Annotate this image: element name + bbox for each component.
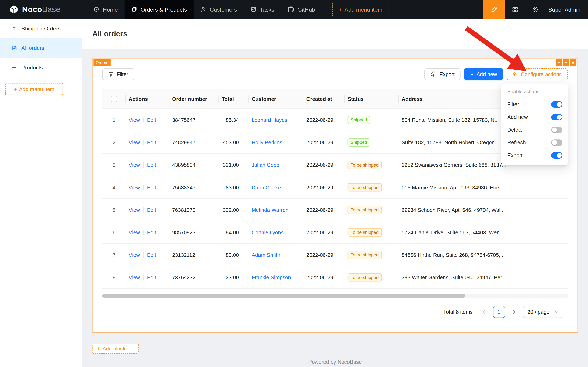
- cell-order-number: 76381273: [169, 199, 218, 221]
- pagination-next-button[interactable]: [508, 306, 520, 317]
- cell-total: 453.00: [219, 131, 249, 153]
- view-link[interactable]: View: [129, 207, 140, 213]
- table-row: 8 ViewEdit 73764232 33.00 Frankie Simpso…: [102, 266, 568, 289]
- gear-icon: [513, 72, 518, 77]
- filter-button[interactable]: Filter: [102, 68, 134, 80]
- nocobase-logo[interactable]: NocoBase: [0, 0, 82, 19]
- edit-link[interactable]: Edit: [147, 207, 156, 213]
- customer-link[interactable]: Connie Lyons: [252, 229, 283, 235]
- cell-created-at: 2022-06-29: [303, 154, 345, 176]
- divider: [143, 207, 144, 212]
- edit-link[interactable]: Edit: [147, 139, 156, 145]
- ui-editor-button[interactable]: [483, 0, 505, 19]
- customer-link[interactable]: Adam Smith: [252, 252, 280, 258]
- sidebar-item-products[interactable]: Products: [0, 58, 82, 77]
- customer-link[interactable]: Leonard Hayes: [252, 117, 287, 123]
- divider: [143, 162, 144, 167]
- pagination: Total 8 items 1 20 / page: [102, 306, 568, 318]
- page-size-select[interactable]: 20 / page: [523, 306, 563, 318]
- cell-created-at: 2022-06-29: [303, 131, 345, 153]
- logo-text: NocoBase: [22, 5, 60, 14]
- export-toggle[interactable]: [551, 152, 563, 158]
- customer-link[interactable]: Frankie Simpson: [252, 274, 291, 280]
- header-select: [102, 89, 126, 108]
- edit-link[interactable]: Edit: [147, 229, 156, 235]
- edit-link[interactable]: Edit: [147, 274, 156, 280]
- cell-total: 33.00: [219, 266, 249, 289]
- dropdown-item-refresh[interactable]: Refresh: [501, 136, 568, 149]
- edit-link[interactable]: Edit: [147, 252, 156, 258]
- sidebar-item-shipping-orders[interactable]: Shipping Orders: [0, 19, 82, 38]
- customer-link[interactable]: Melinda Warren: [252, 207, 288, 213]
- chevron-down-icon: [555, 310, 559, 314]
- user-menu[interactable]: Super Admin: [545, 6, 588, 12]
- add-new-toggle[interactable]: [551, 114, 563, 120]
- select-all-checkbox[interactable]: [111, 96, 117, 102]
- add-menu-item-button[interactable]: + Add menu item: [332, 3, 389, 16]
- orders-table: Actions Order number Total Customer Crea…: [102, 89, 568, 289]
- customer-link[interactable]: Julian Cobb: [252, 162, 279, 168]
- orders-table-block: Orders + + ≡ Filter: [92, 58, 578, 333]
- top-navbar: NocoBase Home Orders & Products Customer…: [0, 0, 588, 19]
- dropdown-title: Enable actions: [501, 87, 568, 98]
- nav-item-home[interactable]: Home: [87, 0, 125, 19]
- export-button[interactable]: Export: [424, 68, 461, 80]
- dropdown-item-add-new[interactable]: Add new: [501, 111, 568, 123]
- status-badge: To be shipped: [348, 161, 382, 169]
- cell-created-at: 2022-06-29: [303, 221, 345, 243]
- plugins-grid-icon[interactable]: [505, 0, 525, 19]
- cell-order-number: 75638347: [169, 176, 218, 199]
- view-link[interactable]: View: [129, 117, 140, 123]
- row-index: 4: [102, 176, 126, 199]
- view-link[interactable]: View: [129, 252, 140, 258]
- sidebar-item-label: Shipping Orders: [21, 25, 61, 32]
- dropdown-item-export[interactable]: Export: [501, 149, 568, 161]
- logo-cube-icon: [9, 5, 19, 14]
- nav-item-customers[interactable]: Customers: [193, 0, 244, 19]
- app-viewport: NocoBase Home Orders & Products Customer…: [0, 0, 588, 367]
- powered-by-footer: Powered by NocoBase: [92, 359, 578, 365]
- view-link[interactable]: View: [129, 229, 140, 235]
- nav-item-orders-products[interactable]: Orders & Products: [125, 0, 194, 19]
- add-block-button[interactable]: + Add block: [92, 344, 139, 353]
- customer-link[interactable]: Holly Perkins: [252, 139, 282, 145]
- divider: [143, 252, 144, 258]
- view-link[interactable]: View: [129, 184, 140, 190]
- designer-menu-icon[interactable]: ≡: [570, 59, 576, 66]
- configure-actions-button[interactable]: Configure actions: [507, 68, 568, 80]
- column-header: Customer: [249, 89, 303, 108]
- sidebar-add-menu-item-button[interactable]: + Add menu item: [5, 83, 63, 95]
- highlighter-icon: [491, 6, 497, 13]
- nav-item-label: GitHub: [297, 6, 315, 12]
- cell-address: 015 Margie Mission, Apt. 093, 34936, Ebe…: [399, 176, 568, 199]
- dropdown-item-filter[interactable]: Filter: [501, 98, 568, 110]
- horizontal-scrollbar-thumb[interactable]: [102, 294, 465, 298]
- edit-link[interactable]: Edit: [147, 184, 156, 190]
- table-row: 3 ViewEdit 43895834 321.00 Julian Cobb 2…: [102, 154, 568, 176]
- pagination-prev-button[interactable]: [478, 306, 490, 317]
- filter-toggle[interactable]: [551, 101, 563, 107]
- edit-link[interactable]: Edit: [147, 117, 156, 123]
- view-link[interactable]: View: [129, 139, 140, 145]
- github-icon: [288, 6, 294, 12]
- divider: [143, 185, 144, 190]
- settings-gear-icon[interactable]: [525, 0, 545, 19]
- pagination-page-1[interactable]: 1: [493, 306, 505, 318]
- nav-item-github[interactable]: GitHub: [281, 0, 322, 19]
- table-header-row: Actions Order number Total Customer Crea…: [102, 89, 568, 108]
- cell-order-number: 98570923: [169, 221, 218, 243]
- dropdown-item-delete[interactable]: Delete: [501, 123, 568, 136]
- designer-add-icon[interactable]: +: [563, 59, 569, 66]
- view-link[interactable]: View: [129, 274, 140, 280]
- delete-toggle[interactable]: [551, 126, 563, 133]
- cell-total: 85.34: [219, 108, 249, 131]
- designer-add-icon[interactable]: +: [556, 59, 562, 66]
- sidebar-item-all-orders[interactable]: All orders: [0, 38, 82, 58]
- view-link[interactable]: View: [129, 162, 140, 168]
- nav-item-tasks[interactable]: Tasks: [244, 0, 281, 19]
- nav-item-label: Orders & Products: [141, 6, 187, 12]
- refresh-toggle[interactable]: [551, 139, 563, 146]
- edit-link[interactable]: Edit: [147, 162, 156, 168]
- customer-link[interactable]: Darin Clarke: [252, 184, 281, 190]
- add-new-button[interactable]: + Add new: [464, 68, 503, 80]
